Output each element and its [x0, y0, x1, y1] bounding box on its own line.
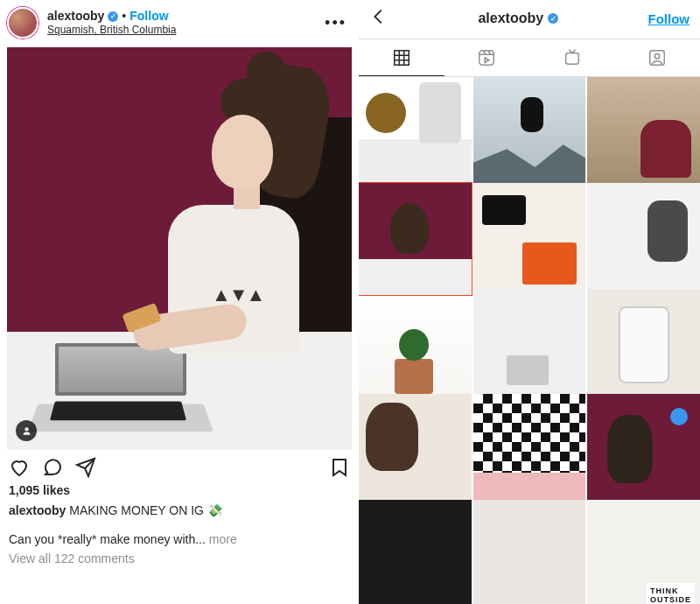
post-image[interactable]: ▲▼▲ — [7, 47, 352, 450]
author-username[interactable]: alextooby — [47, 9, 104, 25]
grid-item-cactus-plant[interactable] — [359, 289, 472, 402]
back-icon[interactable] — [369, 7, 388, 30]
profile-tabs — [359, 39, 700, 77]
profile-panel: alextooby ✓ Follow — [359, 0, 700, 604]
separator-dot: • — [122, 9, 126, 25]
grid-item-blank[interactable] — [473, 500, 586, 604]
grid-item-home-office[interactable] — [473, 289, 586, 402]
like-icon[interactable] — [9, 457, 30, 478]
post-options-icon[interactable]: ••• — [325, 14, 352, 32]
svg-rect-1 — [565, 53, 578, 65]
grid-item-porch-sitting[interactable] — [587, 77, 700, 190]
svg-point-3 — [655, 53, 661, 58]
grid-item-phone-at-desk[interactable] — [359, 183, 472, 296]
grid-item-holding-iphone[interactable] — [587, 289, 700, 402]
grid-item-pointing-verified[interactable] — [587, 394, 700, 507]
grid-item-writing-desk[interactable] — [359, 394, 472, 507]
grid-item-tea-pour[interactable] — [359, 77, 472, 190]
post-header-text: alextooby ✓ • Follow Squamish, British C… — [47, 9, 316, 38]
profile-grid — [359, 77, 700, 604]
view-comments-link[interactable]: View all 122 comments — [7, 548, 352, 569]
profile-title[interactable]: alextooby ✓ — [388, 11, 648, 26]
tab-tagged[interactable] — [615, 39, 701, 76]
tab-igtv[interactable] — [529, 39, 615, 76]
caption-excerpt: Can you *really* make money with... more — [7, 523, 352, 548]
tagged-people-icon[interactable] — [16, 420, 37, 441]
grid-item-dark-room[interactable] — [359, 500, 472, 604]
tab-reels[interactable] — [444, 39, 530, 76]
excerpt-text: Can you *really* make money with... — [9, 532, 206, 546]
verified-badge-icon: ✓ — [548, 13, 558, 24]
grid-item-checker-icecream[interactable] — [473, 394, 586, 507]
svg-rect-0 — [480, 51, 494, 66]
caption-more-link[interactable]: more — [209, 532, 237, 546]
svg-rect-2 — [650, 51, 665, 66]
caption-username[interactable]: alextooby — [9, 503, 66, 517]
verified-badge-icon: ✓ — [108, 11, 118, 22]
tab-grid[interactable] — [359, 39, 444, 76]
profile-follow-link[interactable]: Follow — [648, 11, 690, 26]
post-location[interactable]: Squamish, British Columbia — [47, 24, 316, 37]
grid-item-mountain-person[interactable] — [473, 77, 586, 190]
likes-count[interactable]: 1,095 likes — [7, 481, 352, 499]
grid-item-think-outside[interactable] — [587, 500, 700, 604]
follow-link[interactable]: Follow — [130, 9, 168, 25]
caption-text: MAKING MONEY ON IG 💸 — [69, 503, 222, 517]
profile-username: alextooby — [478, 11, 543, 26]
profile-header: alextooby ✓ Follow — [359, 4, 700, 39]
post-caption: alextooby MAKING MONEY ON IG 💸 — [7, 499, 352, 523]
post-panel: alextooby ✓ • Follow Squamish, British C… — [0, 0, 359, 604]
post-header: alextooby ✓ • Follow Squamish, British C… — [7, 4, 352, 47]
grid-item-bedroom[interactable] — [587, 183, 700, 296]
share-icon[interactable] — [75, 457, 96, 478]
save-icon[interactable] — [329, 457, 350, 478]
post-actions — [7, 450, 352, 481]
author-avatar[interactable] — [7, 7, 38, 39]
comment-icon[interactable] — [42, 457, 63, 478]
grid-item-camera-books[interactable] — [473, 183, 586, 296]
